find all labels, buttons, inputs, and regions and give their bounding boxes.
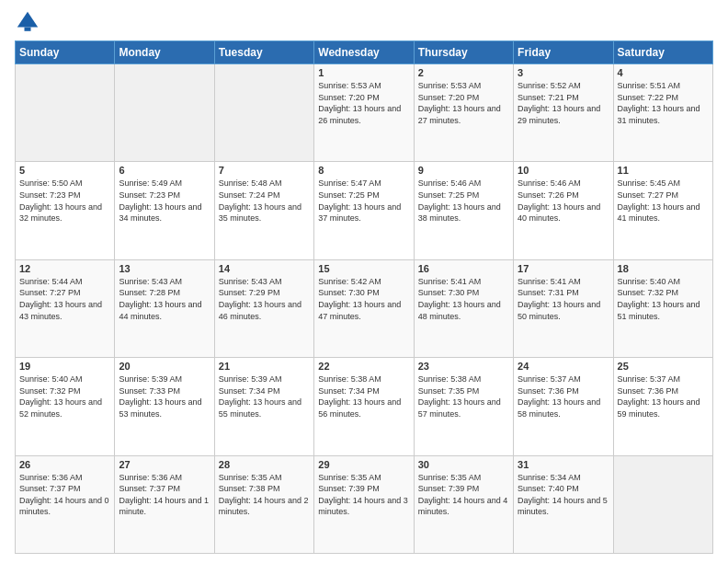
daylight-text: Daylight: 13 hours and 40 minutes.	[518, 202, 600, 224]
sunset-text: Sunset: 7:39 PM	[418, 484, 480, 493]
day-info: Sunrise: 5:35 AM Sunset: 7:38 PM Dayligh…	[219, 472, 310, 518]
day-number: 14	[219, 263, 310, 274]
daylight-text: Daylight: 13 hours and 32 minutes.	[19, 202, 102, 224]
sunrise-text: Sunrise: 5:53 AM	[418, 81, 482, 90]
sunrise-text: Sunrise: 5:35 AM	[318, 473, 381, 482]
day-number: 11	[618, 165, 709, 176]
day-info: Sunrise: 5:45 AM Sunset: 7:27 PM Dayligh…	[618, 178, 709, 224]
sunrise-text: Sunrise: 5:38 AM	[418, 374, 482, 384]
day-info: Sunrise: 5:39 AM Sunset: 7:33 PM Dayligh…	[119, 373, 210, 419]
calendar-cell: 30 Sunrise: 5:35 AM Sunset: 7:39 PM Dayl…	[414, 455, 513, 553]
sunset-text: Sunset: 7:34 PM	[219, 386, 280, 396]
sunrise-text: Sunrise: 5:36 AM	[19, 473, 83, 482]
daylight-text: Daylight: 14 hours and 3 minutes.	[318, 496, 408, 517]
day-number: 6	[119, 165, 210, 176]
day-info: Sunrise: 5:37 AM Sunset: 7:36 PM Dayligh…	[618, 373, 709, 419]
sunset-text: Sunset: 7:28 PM	[119, 288, 180, 297]
day-number: 16	[418, 263, 509, 274]
day-info: Sunrise: 5:35 AM Sunset: 7:39 PM Dayligh…	[318, 472, 409, 518]
day-info: Sunrise: 5:38 AM Sunset: 7:35 PM Dayligh…	[418, 373, 509, 419]
calendar-cell: 24 Sunrise: 5:37 AM Sunset: 7:36 PM Dayl…	[514, 358, 613, 455]
daylight-text: Daylight: 13 hours and 58 minutes.	[518, 397, 600, 419]
calendar-cell: 18 Sunrise: 5:40 AM Sunset: 7:32 PM Dayl…	[613, 259, 712, 357]
sunset-text: Sunset: 7:20 PM	[418, 93, 480, 102]
header-row: SundayMondayTuesdayWednesdayThursdayFrid…	[16, 41, 713, 64]
sunset-text: Sunset: 7:23 PM	[19, 190, 81, 200]
day-info: Sunrise: 5:43 AM Sunset: 7:28 PM Dayligh…	[119, 276, 210, 322]
sunrise-text: Sunrise: 5:34 AM	[518, 473, 581, 482]
sunset-text: Sunset: 7:35 PM	[418, 386, 480, 396]
daylight-text: Daylight: 13 hours and 52 minutes.	[19, 397, 102, 419]
daylight-text: Daylight: 13 hours and 44 minutes.	[119, 300, 201, 321]
day-number: 4	[618, 67, 709, 78]
daylight-text: Daylight: 13 hours and 57 minutes.	[418, 397, 501, 419]
sunrise-text: Sunrise: 5:49 AM	[119, 178, 182, 188]
calendar-cell: 6 Sunrise: 5:49 AM Sunset: 7:23 PM Dayli…	[115, 162, 214, 259]
day-info: Sunrise: 5:41 AM Sunset: 7:30 PM Dayligh…	[418, 276, 509, 322]
svg-rect-1	[25, 28, 31, 31]
day-header: Thursday	[414, 41, 513, 64]
calendar-cell: 8 Sunrise: 5:47 AM Sunset: 7:25 PM Dayli…	[314, 162, 414, 259]
sunrise-text: Sunrise: 5:41 AM	[418, 277, 482, 286]
calendar-cell: 12 Sunrise: 5:44 AM Sunset: 7:27 PM Dayl…	[16, 259, 115, 357]
day-info: Sunrise: 5:48 AM Sunset: 7:24 PM Dayligh…	[219, 178, 310, 224]
day-info: Sunrise: 5:37 AM Sunset: 7:36 PM Dayligh…	[518, 373, 609, 419]
sunrise-text: Sunrise: 5:38 AM	[318, 374, 381, 384]
day-info: Sunrise: 5:51 AM Sunset: 7:22 PM Dayligh…	[618, 80, 709, 126]
calendar-cell: 17 Sunrise: 5:41 AM Sunset: 7:31 PM Dayl…	[514, 259, 613, 357]
day-number: 8	[318, 165, 409, 176]
sunrise-text: Sunrise: 5:50 AM	[19, 178, 83, 188]
sunset-text: Sunset: 7:25 PM	[318, 190, 380, 200]
daylight-text: Daylight: 13 hours and 43 minutes.	[19, 300, 102, 321]
calendar-header: SundayMondayTuesdayWednesdayThursdayFrid…	[16, 41, 713, 64]
day-info: Sunrise: 5:43 AM Sunset: 7:29 PM Dayligh…	[219, 276, 310, 322]
daylight-text: Daylight: 13 hours and 26 minutes.	[318, 104, 401, 125]
calendar-cell: 5 Sunrise: 5:50 AM Sunset: 7:23 PM Dayli…	[16, 162, 115, 259]
sunset-text: Sunset: 7:32 PM	[618, 288, 679, 297]
calendar-week-row: 1 Sunrise: 5:53 AM Sunset: 7:20 PM Dayli…	[16, 64, 713, 162]
day-header: Monday	[115, 41, 214, 64]
calendar-week-row: 5 Sunrise: 5:50 AM Sunset: 7:23 PM Dayli…	[16, 162, 713, 259]
day-header: Tuesday	[214, 41, 313, 64]
sunrise-text: Sunrise: 5:39 AM	[219, 374, 282, 384]
calendar-cell: 31 Sunrise: 5:34 AM Sunset: 7:40 PM Dayl…	[514, 455, 613, 553]
day-number: 2	[418, 67, 509, 78]
day-header: Saturday	[613, 41, 712, 64]
daylight-text: Daylight: 13 hours and 56 minutes.	[318, 397, 401, 419]
calendar-page: SundayMondayTuesdayWednesdayThursdayFrid…	[0, 0, 728, 563]
day-number: 28	[219, 459, 310, 470]
sunset-text: Sunset: 7:20 PM	[318, 93, 380, 102]
sunrise-text: Sunrise: 5:45 AM	[618, 178, 681, 188]
day-info: Sunrise: 5:42 AM Sunset: 7:30 PM Dayligh…	[318, 276, 409, 322]
day-info: Sunrise: 5:38 AM Sunset: 7:34 PM Dayligh…	[318, 373, 409, 419]
sunrise-text: Sunrise: 5:51 AM	[618, 81, 681, 90]
day-info: Sunrise: 5:34 AM Sunset: 7:40 PM Dayligh…	[518, 472, 609, 518]
calendar-cell: 4 Sunrise: 5:51 AM Sunset: 7:22 PM Dayli…	[613, 64, 712, 162]
calendar-cell: 10 Sunrise: 5:46 AM Sunset: 7:26 PM Dayl…	[514, 162, 613, 259]
calendar-table: SundayMondayTuesdayWednesdayThursdayFrid…	[15, 40, 713, 554]
calendar-cell	[613, 455, 712, 553]
calendar-cell: 27 Sunrise: 5:36 AM Sunset: 7:37 PM Dayl…	[115, 455, 214, 553]
daylight-text: Daylight: 14 hours and 1 minute.	[119, 496, 209, 517]
daylight-text: Daylight: 13 hours and 55 minutes.	[219, 397, 301, 419]
sunset-text: Sunset: 7:37 PM	[119, 484, 180, 493]
day-number: 19	[19, 361, 110, 372]
calendar-cell: 7 Sunrise: 5:48 AM Sunset: 7:24 PM Dayli…	[214, 162, 313, 259]
day-info: Sunrise: 5:40 AM Sunset: 7:32 PM Dayligh…	[618, 276, 709, 322]
calendar-cell: 1 Sunrise: 5:53 AM Sunset: 7:20 PM Dayli…	[314, 64, 414, 162]
sunset-text: Sunset: 7:30 PM	[318, 288, 380, 297]
day-header: Sunday	[16, 41, 115, 64]
sunrise-text: Sunrise: 5:52 AM	[518, 81, 581, 90]
calendar-cell	[16, 64, 115, 162]
sunrise-text: Sunrise: 5:40 AM	[618, 277, 681, 286]
header	[15, 9, 713, 35]
daylight-text: Daylight: 13 hours and 34 minutes.	[119, 202, 201, 224]
day-number: 23	[418, 361, 509, 372]
day-number: 21	[219, 361, 310, 372]
calendar-cell: 3 Sunrise: 5:52 AM Sunset: 7:21 PM Dayli…	[514, 64, 613, 162]
calendar-cell: 2 Sunrise: 5:53 AM Sunset: 7:20 PM Dayli…	[414, 64, 513, 162]
daylight-text: Daylight: 13 hours and 38 minutes.	[418, 202, 501, 224]
day-number: 13	[119, 263, 210, 274]
calendar-cell	[214, 64, 313, 162]
daylight-text: Daylight: 14 hours and 2 minutes.	[219, 496, 309, 517]
